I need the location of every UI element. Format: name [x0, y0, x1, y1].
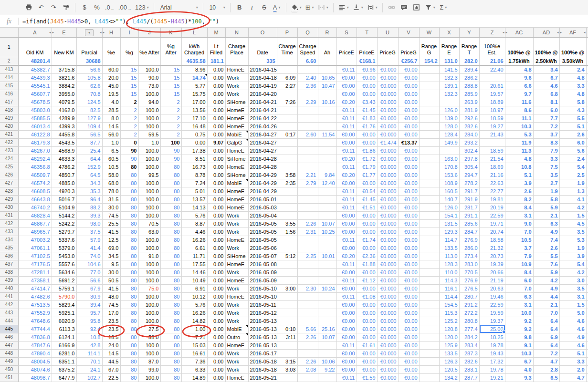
- cell[interactable]: [419, 252, 439, 260]
- cell[interactable]: 0.00: [207, 268, 225, 276]
- cell[interactable]: [318, 300, 336, 309]
- cell[interactable]: 5790.0: [52, 292, 76, 300]
- cell[interactable]: 47061.1: [18, 244, 52, 252]
- column-header-Z[interactable]: Z◂: [479, 28, 505, 37]
- cell[interactable]: 80: [160, 252, 181, 260]
- cell[interactable]: €0.00: [398, 228, 419, 236]
- cell[interactable]: 9.1: [505, 341, 533, 349]
- cell[interactable]: 4289.9: [52, 114, 76, 122]
- cell[interactable]: SiHome: [225, 98, 248, 106]
- cell[interactable]: 3:58: [277, 171, 297, 179]
- cell[interactable]: €1.77: [357, 171, 377, 179]
- cell[interactable]: [277, 203, 297, 211]
- cell[interactable]: 2.4: [559, 65, 586, 74]
- cell[interactable]: 100.0: [138, 244, 160, 252]
- cell[interactable]: 114.4: [439, 292, 459, 300]
- cell[interactable]: €0.000: [377, 171, 398, 179]
- cell[interactable]: [419, 325, 439, 333]
- cell[interactable]: 10.12: [181, 292, 207, 300]
- hidden-columns-icon[interactable]: ▸: [506, 29, 508, 36]
- cell[interactable]: €0.11: [336, 187, 357, 195]
- hidden-columns-icon[interactable]: ◂: [584, 29, 586, 36]
- cell[interactable]: €0.00: [398, 325, 419, 333]
- cell[interactable]: 3.7: [505, 244, 533, 252]
- cell[interactable]: 47281.1: [18, 268, 52, 276]
- cell[interactable]: 1.9: [559, 244, 586, 252]
- cell[interactable]: 0.00: [207, 325, 225, 333]
- header-cell[interactable]: PriceG: [398, 37, 419, 57]
- cell[interactable]: 154.1: [439, 211, 459, 219]
- cell[interactable]: 5759.1: [52, 284, 76, 292]
- cell[interactable]: 141.5: [439, 65, 459, 74]
- row-number[interactable]: 427: [0, 179, 18, 187]
- cell[interactable]: [419, 114, 439, 122]
- cell[interactable]: 45607.7: [18, 90, 52, 98]
- cell[interactable]: 2.26: [297, 357, 318, 365]
- cell[interactable]: 80: [160, 341, 181, 349]
- cell[interactable]: 100.0: [138, 276, 160, 284]
- cell[interactable]: 100.0: [138, 260, 160, 268]
- row-number[interactable]: 434: [0, 236, 18, 244]
- cell[interactable]: [419, 276, 439, 284]
- row-number[interactable]: 425: [0, 163, 18, 171]
- cell[interactable]: 19.81: [479, 195, 505, 203]
- cell[interactable]: €0.00: [398, 65, 419, 74]
- cell[interactable]: HomeE: [225, 341, 248, 349]
- select-all-corner[interactable]: [0, 28, 18, 37]
- summary-cell[interactable]: 335: [248, 57, 277, 65]
- cell[interactable]: 0: [120, 138, 138, 146]
- cell[interactable]: 3:11: [277, 333, 297, 341]
- cell[interactable]: 15: [160, 73, 181, 82]
- cell[interactable]: [318, 114, 336, 122]
- header-cell[interactable]: PriceE: [357, 37, 377, 57]
- cell[interactable]: 10.24: [318, 284, 336, 292]
- cell[interactable]: 5.0: [559, 309, 586, 317]
- row-number[interactable]: 431: [0, 211, 18, 219]
- cell[interactable]: 22.59: [479, 300, 505, 309]
- cell[interactable]: 0.00: [207, 365, 225, 373]
- cell[interactable]: [479, 73, 505, 82]
- cell[interactable]: 10.5: [505, 236, 533, 244]
- cell[interactable]: 100.0: [138, 211, 160, 219]
- cell[interactable]: 5.1: [559, 122, 586, 130]
- cell[interactable]: €0.00: [336, 179, 357, 187]
- cell[interactable]: 4.8: [505, 155, 533, 163]
- cell[interactable]: 5.5: [559, 114, 586, 122]
- cell[interactable]: 276.5: [459, 284, 479, 292]
- cell[interactable]: 2:35: [277, 179, 297, 187]
- cell[interactable]: 80: [120, 325, 138, 333]
- cell[interactable]: 287.3: [459, 349, 479, 357]
- cell[interactable]: 108.9: [439, 179, 459, 187]
- cell[interactable]: 45803.0: [18, 106, 52, 114]
- cell[interactable]: 6.4: [533, 325, 559, 333]
- cell[interactable]: 30.0: [102, 203, 120, 211]
- cell[interactable]: 41.5: [102, 284, 120, 292]
- cell[interactable]: [318, 187, 336, 195]
- cell[interactable]: 100.0: [138, 300, 160, 309]
- summary-cell[interactable]: [336, 57, 357, 65]
- cell[interactable]: 47648.6: [18, 317, 52, 325]
- cell[interactable]: 5.77: [181, 82, 207, 90]
- row-number[interactable]: 451: [0, 373, 18, 382]
- cell[interactable]: 80: [160, 211, 181, 219]
- column-header-Q[interactable]: Q: [297, 28, 318, 37]
- cell[interactable]: 276.9: [459, 236, 479, 244]
- cell[interactable]: 80: [160, 187, 181, 195]
- cell[interactable]: €0.00: [357, 365, 377, 373]
- cell[interactable]: 3884.2: [52, 82, 76, 90]
- cell[interactable]: [318, 106, 336, 114]
- cell[interactable]: 12.40: [318, 179, 336, 187]
- cell[interactable]: [419, 244, 439, 252]
- insert-chart-button[interactable]: [411, 2, 422, 13]
- cell[interactable]: [277, 236, 297, 244]
- cell[interactable]: [297, 260, 318, 268]
- cell[interactable]: 80: [160, 333, 181, 341]
- cell[interactable]: [297, 244, 318, 252]
- cell[interactable]: 8.6: [505, 106, 533, 114]
- cell[interactable]: 19.39: [479, 260, 505, 268]
- cell[interactable]: 128.0: [439, 122, 459, 130]
- cell[interactable]: 4.7: [533, 357, 559, 365]
- bold-button[interactable]: B: [234, 2, 245, 13]
- cell[interactable]: 19.37: [479, 317, 505, 325]
- cell[interactable]: 6.3: [505, 292, 533, 300]
